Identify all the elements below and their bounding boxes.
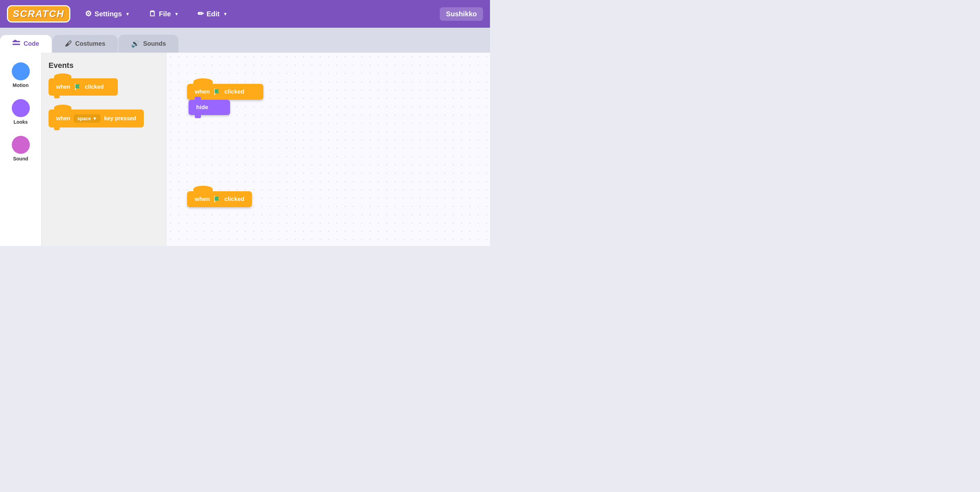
- sound-circle: [12, 136, 30, 154]
- section-title: Events: [49, 61, 159, 70]
- ws-hide-text: hide: [196, 104, 208, 111]
- ws-flag-1: [213, 88, 221, 96]
- svg-rect-2: [14, 40, 17, 41]
- looks-circle: [12, 99, 30, 117]
- edit-icon: ✏: [197, 10, 204, 18]
- sidebar-item-looks[interactable]: Looks: [3, 96, 38, 127]
- tab-code[interactable]: Code: [0, 35, 52, 53]
- workspace-group-1: when clicked hide: [187, 84, 263, 115]
- sidebar-item-sound[interactable]: Sound: [3, 133, 38, 164]
- file-icon: 🗒: [149, 10, 156, 18]
- edit-menu[interactable]: ✏ Edit ▼: [193, 6, 232, 21]
- workspace-group-2: when clicked: [187, 191, 252, 207]
- when-text-2: when: [56, 115, 70, 122]
- hat-block-space[interactable]: when space ▼ key pressed: [49, 110, 144, 127]
- file-menu[interactable]: 🗒 File ▼: [145, 6, 183, 21]
- hat-block-flag[interactable]: when clicked: [49, 78, 118, 96]
- ws-when-1: when: [195, 88, 210, 95]
- block-when-flag-1: when clicked: [49, 78, 159, 96]
- main: Code 🖌 Costumes 🔊 Sounds Motion Looks So…: [0, 28, 490, 246]
- sidebar-item-motion[interactable]: Motion: [3, 60, 38, 91]
- ws-hide-block[interactable]: hide: [189, 100, 230, 115]
- looks-label: Looks: [14, 119, 28, 125]
- svg-rect-1: [13, 44, 20, 45]
- file-label: File: [159, 10, 171, 18]
- sidebar: Motion Looks Sound: [0, 53, 41, 246]
- ws-when-2: when: [195, 196, 210, 203]
- ws-clicked-1: clicked: [224, 88, 244, 95]
- settings-label: Settings: [95, 10, 122, 18]
- blocks-panel: Events when clicked when space: [41, 53, 166, 246]
- space-dropdown-arrow: ▼: [92, 116, 97, 121]
- tabs-row: Code 🖌 Costumes 🔊 Sounds: [0, 28, 490, 53]
- ws-hat-2[interactable]: when clicked: [187, 191, 252, 207]
- settings-menu[interactable]: ⚙ Settings ▼: [81, 6, 134, 21]
- block-when-space: when space ▼ key pressed: [49, 110, 159, 127]
- sounds-tab-icon: 🔊: [131, 40, 140, 48]
- content: Motion Looks Sound Events when: [0, 53, 490, 246]
- key-pressed-text: key pressed: [104, 115, 136, 122]
- edit-label: Edit: [207, 10, 220, 18]
- flag-icon-1: [74, 83, 81, 91]
- costumes-tab-icon: 🖌: [65, 40, 72, 48]
- when-text-1: when: [56, 84, 70, 90]
- clicked-text-1: clicked: [85, 84, 103, 90]
- tab-sounds[interactable]: 🔊 Sounds: [119, 35, 178, 53]
- settings-arrow: ▼: [126, 11, 130, 17]
- costumes-tab-label: Costumes: [75, 40, 105, 48]
- ws-clicked-2: clicked: [224, 196, 244, 203]
- sounds-tab-label: Sounds: [143, 40, 166, 48]
- sound-label: Sound: [13, 156, 29, 161]
- header: SCRATCH ⚙ Settings ▼ 🗒 File ▼ ✏ Edit ▼ S…: [0, 0, 490, 28]
- workspace[interactable]: when clicked hide when: [166, 53, 490, 246]
- motion-circle: [12, 62, 30, 80]
- ws-flag-2: [213, 196, 221, 203]
- tab-costumes[interactable]: 🖌 Costumes: [52, 35, 118, 53]
- motion-label: Motion: [13, 83, 29, 88]
- user-area[interactable]: Sushikko: [440, 7, 483, 21]
- space-dropdown[interactable]: space ▼: [74, 114, 101, 123]
- file-arrow: ▼: [174, 11, 179, 17]
- code-tab-icon: [13, 40, 20, 48]
- scratch-logo[interactable]: SCRATCH: [7, 5, 70, 22]
- settings-icon: ⚙: [85, 10, 92, 18]
- code-tab-label: Code: [24, 40, 39, 48]
- edit-arrow: ▼: [223, 11, 228, 17]
